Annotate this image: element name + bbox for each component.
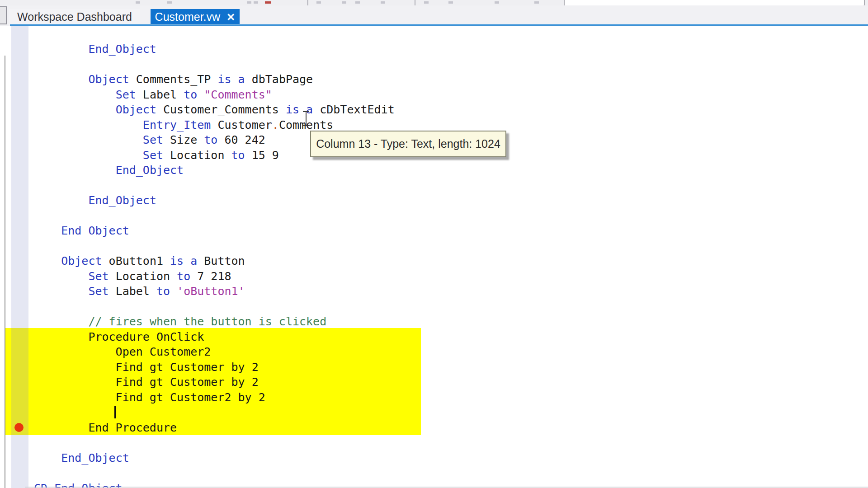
code-token bbox=[34, 103, 116, 116]
code-line[interactable]: Object Customer_Comments is a cDbTextEdi… bbox=[0, 102, 868, 117]
code-token: to bbox=[184, 88, 197, 101]
code-token: Size bbox=[163, 133, 204, 146]
code-token: End_Object bbox=[116, 164, 184, 177]
code-token: End_Object bbox=[88, 194, 156, 207]
code-line[interactable] bbox=[0, 57, 868, 72]
code-token: 'oButton1' bbox=[177, 285, 245, 298]
code-line[interactable]: End_Object bbox=[0, 450, 868, 466]
code-token: Location bbox=[163, 149, 231, 162]
code-token: to bbox=[156, 285, 170, 298]
tab-scroll-button[interactable] bbox=[0, 6, 7, 24]
code-line[interactable] bbox=[0, 405, 868, 420]
toolbar-icon-fragment bbox=[448, 1, 453, 4]
code-line[interactable]: Find gt Customer by 2 bbox=[0, 360, 868, 375]
code-lines: End_Object Object Comments_TP is a dbTab… bbox=[0, 42, 868, 488]
code-line[interactable]: Object oButton1 is a Button bbox=[0, 253, 868, 269]
bottom-border bbox=[25, 487, 868, 488]
tab-customer-vw[interactable]: Customer.vw ✕ bbox=[151, 9, 240, 25]
code-line[interactable]: Open Customer2 bbox=[0, 344, 868, 360]
tab-label: Workspace Dashboard bbox=[17, 10, 132, 23]
code-token bbox=[34, 149, 143, 162]
code-token bbox=[34, 254, 61, 267]
code-line[interactable]: Set Label to "Comments" bbox=[0, 87, 868, 103]
code-token bbox=[34, 194, 88, 207]
code-line[interactable]: Entry_Item Customer.Comments bbox=[0, 117, 868, 133]
code-token: End_Object bbox=[34, 42, 156, 56]
code-token: to bbox=[204, 133, 217, 146]
code-token: to bbox=[177, 270, 190, 283]
toolbar-icon-fragment bbox=[265, 1, 271, 4]
toolbar-icon-fragment bbox=[136, 1, 140, 4]
code-token bbox=[34, 270, 88, 283]
ibeam-cursor bbox=[301, 110, 311, 127]
code-token: Button bbox=[197, 254, 245, 267]
toolbar-icon-fragment bbox=[167, 1, 172, 4]
code-token: is a bbox=[170, 254, 197, 267]
code-token: Find gt Customer2 by 2 bbox=[34, 391, 265, 404]
tab-label: Customer.vw bbox=[155, 10, 220, 23]
toolbar-separator bbox=[415, 0, 415, 5]
code-line[interactable] bbox=[0, 435, 868, 450]
toolbar-icon-fragment bbox=[534, 1, 539, 4]
code-token: Set bbox=[88, 285, 108, 298]
code-token: cDbTextEdit bbox=[313, 103, 395, 116]
code-token: Set bbox=[143, 133, 163, 146]
code-line[interactable] bbox=[0, 178, 868, 193]
code-line[interactable]: // fires when the button is clicked bbox=[0, 314, 868, 329]
code-token: Label bbox=[136, 88, 184, 101]
code-token bbox=[34, 88, 116, 101]
code-token bbox=[34, 164, 116, 177]
code-line[interactable] bbox=[0, 208, 868, 224]
code-token: Location bbox=[109, 270, 177, 283]
toolbar-icon-fragment bbox=[381, 1, 385, 4]
code-editor[interactable]: End_Object Object Comments_TP is a dbTab… bbox=[0, 26, 868, 488]
code-token bbox=[34, 73, 88, 86]
code-line[interactable]: End_Object bbox=[0, 193, 868, 208]
code-token: Object bbox=[88, 73, 129, 86]
code-token: oButton1 bbox=[102, 254, 170, 267]
code-token: Find gt Customer by 2 bbox=[34, 375, 259, 389]
code-token: End_Object bbox=[61, 451, 129, 465]
code-token: Customer_Comments bbox=[156, 103, 286, 116]
code-token: Customer bbox=[211, 118, 272, 131]
code-line[interactable]: Set Location to 7 218 bbox=[0, 269, 868, 284]
tab-workspace-dashboard[interactable]: Workspace Dashboard bbox=[9, 9, 140, 25]
code-line[interactable]: Object Comments_TP is a dbTabPage bbox=[0, 72, 868, 87]
toolbar-strip bbox=[0, 0, 868, 5]
code-token: Set bbox=[88, 270, 108, 283]
code-line[interactable]: Procedure OnClick bbox=[0, 329, 868, 345]
column-tooltip: Column 13 - Type: Text, length: 1024 bbox=[310, 131, 506, 157]
code-token: 60 242 bbox=[217, 133, 265, 146]
toolbar-icon-fragment bbox=[355, 1, 360, 4]
code-line[interactable]: Find gt Customer2 by 2 bbox=[0, 390, 868, 405]
toolbar-icon-fragment bbox=[495, 1, 499, 4]
code-token: Open Customer2 bbox=[34, 345, 211, 358]
code-line[interactable]: Find gt Customer by 2 bbox=[0, 375, 868, 390]
code-token bbox=[34, 315, 88, 328]
code-token: End_Object bbox=[61, 224, 129, 237]
code-line[interactable]: End_Object bbox=[0, 42, 868, 57]
code-token: End_Procedure bbox=[34, 421, 177, 434]
toolbar-icon-fragment bbox=[316, 1, 321, 4]
breakpoint-dot[interactable] bbox=[14, 423, 24, 432]
code-token bbox=[34, 451, 61, 465]
code-line[interactable]: End_Object bbox=[0, 163, 868, 178]
editor-tab-bar: Workspace Dashboard Customer.vw ✕ bbox=[0, 5, 868, 26]
ide-window: Workspace Dashboard Customer.vw ✕ End_Ob… bbox=[0, 0, 868, 488]
code-line[interactable] bbox=[0, 239, 868, 254]
code-token: to bbox=[231, 149, 245, 162]
code-token: Set bbox=[116, 88, 136, 101]
code-line[interactable]: End_Procedure bbox=[0, 420, 868, 436]
code-token bbox=[170, 285, 177, 298]
code-line[interactable]: End_Object bbox=[0, 223, 868, 239]
code-line[interactable] bbox=[0, 465, 868, 481]
tooltip-text: Column 13 - Type: Text, length: 1024 bbox=[316, 137, 500, 150]
code-token: "Comments" bbox=[204, 88, 272, 101]
text-caret bbox=[114, 406, 116, 418]
code-token: Find gt Customer by 2 bbox=[34, 361, 259, 374]
code-line[interactable]: Set Label to 'oButton1' bbox=[0, 284, 868, 299]
code-line[interactable] bbox=[0, 299, 868, 314]
code-token bbox=[34, 224, 61, 237]
close-icon[interactable]: ✕ bbox=[226, 12, 235, 23]
code-token: Procedure OnClick bbox=[34, 330, 204, 343]
